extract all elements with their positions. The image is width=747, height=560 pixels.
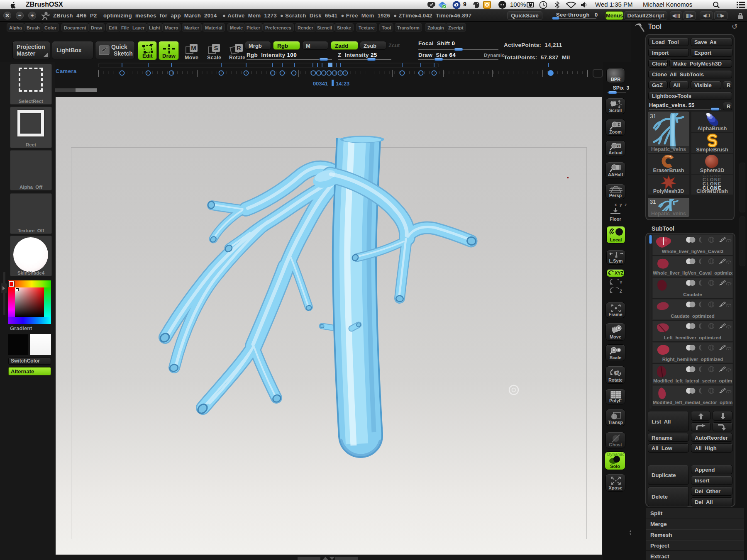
- svg-text:Y: Y: [620, 280, 622, 285]
- svg-text:R: R: [237, 44, 241, 51]
- svg-text:Z: Z: [620, 289, 622, 294]
- svg-text:S: S: [214, 44, 218, 51]
- svg-text:x1: x1: [617, 144, 621, 148]
- svg-text:M: M: [191, 44, 196, 51]
